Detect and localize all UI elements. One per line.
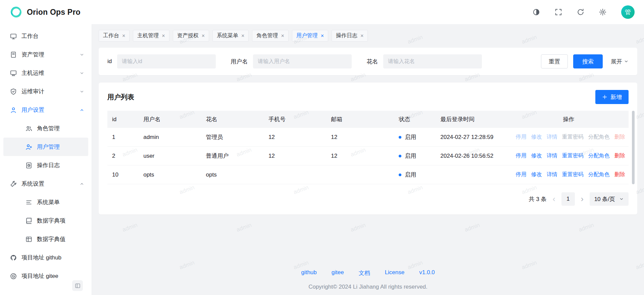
footer-link-2[interactable]: 文档	[359, 269, 370, 277]
detail-action[interactable]: 详情	[547, 134, 557, 140]
table-card-header: 用户列表 新增	[107, 90, 629, 104]
desktop-icon	[10, 70, 17, 77]
expand-toggle[interactable]: 展开	[611, 58, 629, 65]
assign-role-action[interactable]: 分配角色	[588, 153, 610, 158]
tools-icon	[10, 181, 17, 187]
tab-item-0[interactable]: 工作台×	[99, 30, 130, 42]
filter-fields: id用户名花名	[107, 54, 497, 68]
sidebar-item-assets[interactable]: 资产管理	[3, 45, 88, 64]
main-content: 工作台×主机管理×资产授权×系统菜单×角色管理×用户管理×操作日志× id用户名…	[92, 0, 644, 295]
reset-password-action[interactable]: 重置密码	[562, 171, 584, 177]
theme-icon[interactable]	[533, 8, 540, 16]
settings-gear-icon[interactable]	[599, 8, 606, 16]
user-table-card: 用户列表 新增 id用户名花名手机号邮箱状态最后登录时间操作 1admin管理员…	[99, 83, 637, 214]
column-header: 手机号	[264, 111, 326, 128]
sidebar-item-label: 用户设置	[21, 106, 44, 114]
delete-action[interactable]: 删除	[614, 171, 625, 177]
filter-input-id[interactable]	[117, 54, 216, 68]
table-scrollbar[interactable]	[632, 111, 635, 184]
tab-close-icon[interactable]: ×	[241, 33, 244, 39]
sidebar-item-roles[interactable]: 角色管理	[3, 119, 88, 138]
last-login-cell: 2024-02-27 12:28:59	[436, 128, 508, 147]
delete-action[interactable]: 删除	[614, 153, 625, 158]
sidebar-collapse-icon[interactable]	[72, 280, 83, 291]
sidebar-item-dict-values[interactable]: 数据字典值	[3, 230, 88, 248]
tab-item-1[interactable]: 主机管理×	[133, 30, 169, 42]
footer-link-0[interactable]: github	[301, 269, 316, 277]
tab-close-icon[interactable]: ×	[360, 33, 363, 39]
column-header: 状态	[394, 111, 436, 128]
refresh-icon[interactable]	[577, 8, 584, 16]
username-cell: admin	[139, 128, 201, 147]
sidebar-item-label: 项目地址 gitee	[21, 272, 58, 280]
search-button[interactable]: 搜索	[573, 54, 603, 68]
tab-close-icon[interactable]: ×	[281, 33, 284, 39]
app-title: Orion Ops Pro	[27, 8, 81, 17]
sidebar-item-users[interactable]: 用户管理	[3, 138, 88, 156]
disable-action[interactable]: 停用	[516, 153, 527, 158]
nickname-cell: 普通用户	[201, 147, 264, 165]
edit-action[interactable]: 修改	[531, 171, 542, 177]
sidebar-item-user-settings[interactable]: 用户设置	[3, 101, 88, 119]
tab-close-icon[interactable]: ×	[162, 33, 165, 39]
next-page-button[interactable]: ›	[580, 195, 584, 203]
sidebar-item-op-logs[interactable]: 操作日志	[3, 156, 88, 175]
detail-action[interactable]: 详情	[547, 171, 557, 177]
header-actions: 管	[533, 5, 635, 19]
sidebar-item-system-settings[interactable]: 系统设置	[3, 175, 88, 193]
tab-label: 资产授权	[177, 32, 199, 39]
sidebar-item-dict-items[interactable]: 数据字典项	[3, 211, 88, 230]
current-page-button[interactable]: 1	[561, 192, 575, 206]
footer-links: githubgitee文档Licensev1.0.0	[92, 269, 644, 277]
sidebar-item-workbench[interactable]: 工作台	[3, 27, 88, 45]
shield-icon	[10, 88, 17, 95]
filter-card: id用户名花名 重置 搜索 展开	[99, 48, 637, 75]
reset-password-action[interactable]: 重置密码	[562, 153, 584, 158]
id-cell: 1	[107, 128, 139, 147]
edit-action[interactable]: 修改	[531, 153, 542, 158]
sidebar-item-label: 用户管理	[37, 143, 60, 151]
filter-input-nickname[interactable]	[383, 54, 482, 68]
delete-action[interactable]: 删除	[614, 134, 625, 140]
footer-link-4[interactable]: v1.0.0	[419, 269, 435, 277]
last-login-cell: 2024-02-26 10:56:52	[436, 147, 508, 165]
email-cell	[326, 165, 394, 184]
user-icon	[10, 107, 17, 113]
add-user-button[interactable]: 新增	[595, 90, 629, 104]
avatar[interactable]: 管	[621, 5, 635, 19]
tab-close-icon[interactable]: ×	[122, 33, 125, 39]
prev-page-button[interactable]: ‹	[552, 195, 556, 203]
reset-password-action[interactable]: 重置密码	[562, 134, 584, 140]
app-logo[interactable]: Orion Ops Pro	[9, 5, 81, 19]
fullscreen-icon[interactable]	[555, 8, 562, 16]
edit-action[interactable]: 修改	[531, 134, 542, 140]
sidebar-item-hosts[interactable]: 主机运维	[3, 64, 88, 82]
sidebar-item-github[interactable]: 项目地址 github	[3, 248, 88, 267]
tab-item-6[interactable]: 操作日志×	[332, 30, 368, 42]
tab-item-5[interactable]: 用户管理×	[292, 30, 328, 42]
actions-cell: 停用修改详情重置密码分配角色删除	[509, 165, 629, 184]
disable-action[interactable]: 停用	[516, 171, 527, 177]
tab-item-3[interactable]: 系统菜单×	[212, 30, 249, 42]
footer-link-1[interactable]: gitee	[332, 269, 344, 277]
assign-role-action[interactable]: 分配角色	[588, 171, 610, 177]
detail-action[interactable]: 详情	[547, 153, 557, 158]
sidebar-menu: 工作台资产管理主机运维运维审计用户设置角色管理用户管理操作日志系统设置系统菜单数…	[3, 27, 88, 285]
add-user-label: 新增	[610, 93, 622, 101]
page-size-select[interactable]: 10 条/页	[590, 192, 629, 206]
tab-item-4[interactable]: 角色管理×	[252, 30, 288, 42]
tab-item-2[interactable]: 资产授权×	[173, 30, 209, 42]
filter-input-username[interactable]	[253, 54, 352, 68]
tab-close-icon[interactable]: ×	[321, 33, 324, 39]
tab-close-icon[interactable]: ×	[202, 33, 205, 39]
expand-label: 展开	[611, 58, 622, 65]
column-header: id	[107, 111, 139, 128]
footer-link-3[interactable]: License	[385, 269, 405, 277]
user-add-icon	[26, 144, 32, 150]
sidebar-item-audit[interactable]: 运维审计	[3, 82, 88, 101]
disable-action[interactable]: 停用	[516, 134, 527, 140]
table-row: 2user普通用户1212启用2024-02-26 10:56:52停用修改详情…	[107, 147, 629, 165]
sidebar-item-system-menu[interactable]: 系统菜单	[3, 193, 88, 211]
assign-role-action[interactable]: 分配角色	[588, 134, 610, 140]
reset-button[interactable]: 重置	[541, 54, 568, 68]
